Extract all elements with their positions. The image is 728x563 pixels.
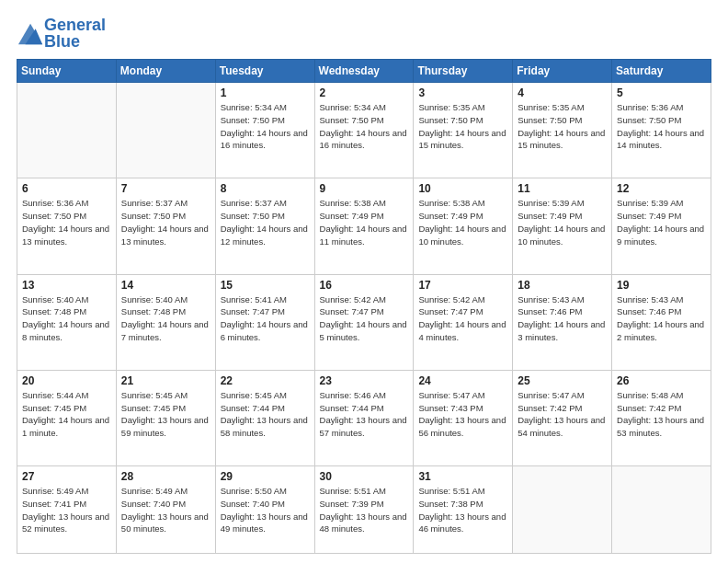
calendar-table: SundayMondayTuesdayWednesdayThursdayFrid… (17, 59, 711, 554)
calendar-cell: 9Sunrise: 5:38 AM Sunset: 7:49 PM Daylig… (314, 178, 414, 274)
day-info: Sunrise: 5:49 AM Sunset: 7:41 PM Dayligh… (22, 485, 111, 535)
calendar-cell: 6Sunrise: 5:36 AM Sunset: 7:50 PM Daylig… (17, 178, 117, 274)
day-info: Sunrise: 5:36 AM Sunset: 7:50 PM Dayligh… (617, 101, 706, 152)
calendar-cell (612, 466, 711, 554)
day-info: Sunrise: 5:47 AM Sunset: 7:43 PM Dayligh… (418, 389, 507, 440)
day-info: Sunrise: 5:38 AM Sunset: 7:49 PM Dayligh… (320, 197, 409, 247)
day-number: 4 (518, 86, 607, 99)
day-info: Sunrise: 5:45 AM Sunset: 7:44 PM Dayligh… (221, 389, 310, 440)
calendar-cell (116, 83, 215, 178)
day-number: 14 (121, 279, 210, 292)
header: GeneralBlue (17, 17, 711, 50)
calendar-cell: 12Sunrise: 5:39 AM Sunset: 7:49 PM Dayli… (612, 178, 711, 274)
calendar-cell: 19Sunrise: 5:43 AM Sunset: 7:46 PM Dayli… (612, 274, 711, 370)
calendar-cell: 1Sunrise: 5:34 AM Sunset: 7:50 PM Daylig… (215, 83, 314, 178)
day-number: 26 (617, 374, 706, 387)
calendar-cell: 7Sunrise: 5:37 AM Sunset: 7:50 PM Daylig… (116, 178, 215, 274)
day-number: 27 (22, 470, 111, 483)
day-info: Sunrise: 5:43 AM Sunset: 7:46 PM Dayligh… (617, 293, 706, 344)
logo-text: GeneralBlue (44, 17, 106, 50)
day-number: 19 (617, 279, 706, 292)
day-info: Sunrise: 5:39 AM Sunset: 7:49 PM Dayligh… (617, 197, 706, 247)
calendar-header-monday: Monday (116, 60, 215, 83)
calendar-cell: 30Sunrise: 5:51 AM Sunset: 7:39 PM Dayli… (314, 466, 414, 554)
day-number: 5 (617, 86, 706, 99)
logo: GeneralBlue (17, 17, 106, 50)
day-info: Sunrise: 5:47 AM Sunset: 7:42 PM Dayligh… (518, 389, 607, 440)
calendar-cell: 27Sunrise: 5:49 AM Sunset: 7:41 PM Dayli… (17, 466, 117, 554)
day-number: 21 (121, 374, 210, 387)
day-info: Sunrise: 5:36 AM Sunset: 7:50 PM Dayligh… (22, 197, 111, 247)
day-info: Sunrise: 5:42 AM Sunset: 7:47 PM Dayligh… (418, 293, 507, 344)
day-number: 15 (221, 279, 310, 292)
calendar-header-wednesday: Wednesday (314, 60, 414, 83)
day-info: Sunrise: 5:39 AM Sunset: 7:49 PM Dayligh… (518, 197, 607, 247)
day-info: Sunrise: 5:49 AM Sunset: 7:40 PM Dayligh… (121, 485, 210, 535)
day-info: Sunrise: 5:43 AM Sunset: 7:46 PM Dayligh… (518, 293, 607, 344)
calendar-header-thursday: Thursday (414, 60, 513, 83)
day-info: Sunrise: 5:48 AM Sunset: 7:42 PM Dayligh… (617, 389, 706, 440)
calendar-cell: 11Sunrise: 5:39 AM Sunset: 7:49 PM Dayli… (513, 178, 612, 274)
calendar-cell: 21Sunrise: 5:45 AM Sunset: 7:45 PM Dayli… (116, 370, 215, 465)
logo-icon (18, 20, 44, 46)
day-info: Sunrise: 5:40 AM Sunset: 7:48 PM Dayligh… (22, 293, 111, 344)
calendar-week-1: 1Sunrise: 5:34 AM Sunset: 7:50 PM Daylig… (17, 83, 711, 178)
day-info: Sunrise: 5:44 AM Sunset: 7:45 PM Dayligh… (22, 389, 111, 440)
calendar-cell: 5Sunrise: 5:36 AM Sunset: 7:50 PM Daylig… (612, 83, 711, 178)
day-info: Sunrise: 5:38 AM Sunset: 7:49 PM Dayligh… (418, 197, 507, 247)
day-info: Sunrise: 5:51 AM Sunset: 7:39 PM Dayligh… (320, 485, 409, 535)
day-number: 17 (418, 279, 507, 292)
day-number: 7 (121, 182, 210, 195)
day-number: 25 (518, 374, 607, 387)
day-info: Sunrise: 5:35 AM Sunset: 7:50 PM Dayligh… (418, 101, 507, 152)
day-info: Sunrise: 5:46 AM Sunset: 7:44 PM Dayligh… (320, 389, 409, 440)
calendar-cell: 15Sunrise: 5:41 AM Sunset: 7:47 PM Dayli… (215, 274, 314, 370)
day-number: 29 (221, 470, 310, 483)
calendar-cell (513, 466, 612, 554)
calendar-week-2: 6Sunrise: 5:36 AM Sunset: 7:50 PM Daylig… (17, 178, 711, 274)
day-number: 20 (22, 374, 111, 387)
day-number: 31 (418, 470, 507, 483)
calendar-header-friday: Friday (513, 60, 612, 83)
day-info: Sunrise: 5:40 AM Sunset: 7:48 PM Dayligh… (121, 293, 210, 344)
calendar-cell: 23Sunrise: 5:46 AM Sunset: 7:44 PM Dayli… (314, 370, 414, 465)
day-number: 2 (320, 86, 409, 99)
day-info: Sunrise: 5:42 AM Sunset: 7:47 PM Dayligh… (320, 293, 409, 344)
day-number: 16 (320, 279, 409, 292)
page: GeneralBlue SundayMondayTuesdayWednesday… (0, 0, 728, 563)
day-number: 3 (418, 86, 507, 99)
day-number: 6 (22, 182, 111, 195)
day-number: 18 (518, 279, 607, 292)
calendar-week-4: 20Sunrise: 5:44 AM Sunset: 7:45 PM Dayli… (17, 370, 711, 465)
day-number: 24 (418, 374, 507, 387)
day-number: 28 (121, 470, 210, 483)
calendar-header-sunday: Sunday (17, 60, 117, 83)
day-number: 8 (221, 182, 310, 195)
calendar-header-tuesday: Tuesday (215, 60, 314, 83)
day-info: Sunrise: 5:50 AM Sunset: 7:40 PM Dayligh… (221, 485, 310, 535)
day-info: Sunrise: 5:37 AM Sunset: 7:50 PM Dayligh… (221, 197, 310, 247)
day-number: 1 (221, 86, 310, 99)
day-number: 9 (320, 182, 409, 195)
calendar-header-row: SundayMondayTuesdayWednesdayThursdayFrid… (17, 60, 711, 83)
calendar-cell: 2Sunrise: 5:34 AM Sunset: 7:50 PM Daylig… (314, 83, 414, 178)
calendar-cell: 4Sunrise: 5:35 AM Sunset: 7:50 PM Daylig… (513, 83, 612, 178)
day-info: Sunrise: 5:34 AM Sunset: 7:50 PM Dayligh… (320, 101, 409, 152)
calendar-cell: 10Sunrise: 5:38 AM Sunset: 7:49 PM Dayli… (414, 178, 513, 274)
calendar-cell: 20Sunrise: 5:44 AM Sunset: 7:45 PM Dayli… (17, 370, 117, 465)
calendar-cell: 16Sunrise: 5:42 AM Sunset: 7:47 PM Dayli… (314, 274, 414, 370)
calendar-cell: 28Sunrise: 5:49 AM Sunset: 7:40 PM Dayli… (116, 466, 215, 554)
calendar-cell: 31Sunrise: 5:51 AM Sunset: 7:38 PM Dayli… (414, 466, 513, 554)
calendar-cell: 24Sunrise: 5:47 AM Sunset: 7:43 PM Dayli… (414, 370, 513, 465)
calendar-cell: 29Sunrise: 5:50 AM Sunset: 7:40 PM Dayli… (215, 466, 314, 554)
day-number: 11 (518, 182, 607, 195)
calendar-week-5: 27Sunrise: 5:49 AM Sunset: 7:41 PM Dayli… (17, 466, 711, 554)
day-number: 22 (221, 374, 310, 387)
calendar-header-saturday: Saturday (612, 60, 711, 83)
day-info: Sunrise: 5:37 AM Sunset: 7:50 PM Dayligh… (121, 197, 210, 247)
day-number: 10 (418, 182, 507, 195)
calendar-cell: 22Sunrise: 5:45 AM Sunset: 7:44 PM Dayli… (215, 370, 314, 465)
day-info: Sunrise: 5:41 AM Sunset: 7:47 PM Dayligh… (221, 293, 310, 344)
calendar-week-3: 13Sunrise: 5:40 AM Sunset: 7:48 PM Dayli… (17, 274, 711, 370)
day-number: 13 (22, 279, 111, 292)
